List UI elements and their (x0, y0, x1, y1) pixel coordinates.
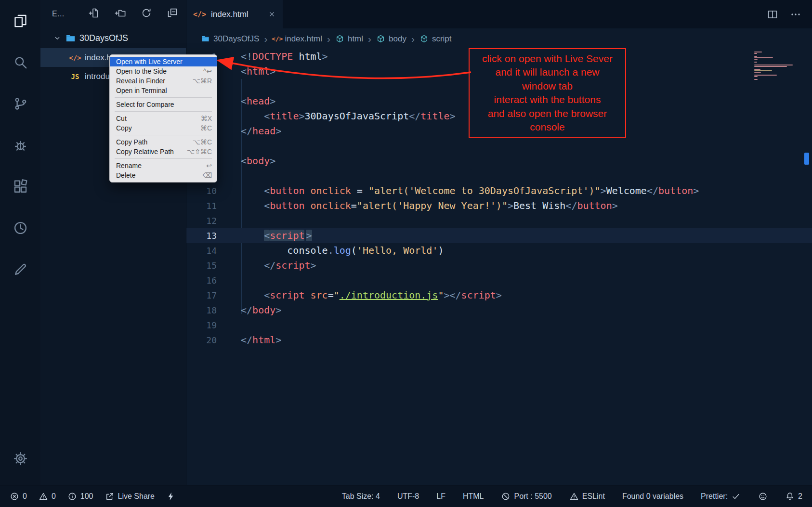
status-live-server-port[interactable]: Port : 5500 (501, 492, 551, 501)
status-notifications[interactable]: 2 (785, 492, 802, 501)
code-line-9[interactable]: 9 (186, 169, 812, 183)
minimap-line (754, 79, 758, 80)
line-text: <script src="./introduction.js"></script… (217, 288, 502, 303)
code-line-19[interactable]: 19 (186, 318, 812, 333)
minimap-line (754, 76, 758, 77)
status-feedback-smiley[interactable] (758, 492, 768, 501)
status-encoding[interactable]: UTF-8 (397, 492, 419, 501)
menu-item-select-for-compare[interactable]: Select for Compare (110, 100, 217, 109)
status-eol[interactable]: LF (436, 492, 445, 501)
menu-separator (115, 97, 212, 98)
line-text (217, 79, 241, 94)
split-editor-button[interactable] (767, 9, 778, 20)
breadcrumb-index-html[interactable]: </>index.html (272, 34, 322, 44)
menu-item-copy[interactable]: Copy⌘C (110, 123, 217, 133)
code-line-11[interactable]: 11 <button onclick="alert('Happy New Yea… (186, 198, 812, 213)
activity-extensions[interactable] (0, 166, 40, 207)
status-variables[interactable]: Found 0 variables (622, 492, 683, 501)
refresh-explorer-button[interactable] (141, 7, 152, 21)
code-line-8[interactable]: 8<body> (186, 154, 812, 169)
line-text (217, 169, 241, 183)
menu-item-label: Copy Relative Path (116, 148, 174, 156)
menu-item-cut[interactable]: Cut⌘X (110, 114, 217, 123)
status-prettier[interactable]: Prettier: (701, 492, 741, 501)
menu-item-copy-relative-path[interactable]: Copy Relative Path⌥⇧⌘C (110, 147, 217, 156)
menu-item-reveal-in-finder[interactable]: Reveal in Finder⌥⌘R (110, 76, 217, 86)
status-errors[interactable]: 0 (10, 492, 27, 501)
code-line-17[interactable]: 17 <script src="./introduction.js"></scr… (186, 288, 812, 303)
line-text: <button onclick = "alert('Welcome to 30D… (217, 183, 699, 198)
code-line-14[interactable]: 14 console.log('Hello, World') (186, 243, 812, 258)
breadcrumb-body[interactable]: body (376, 34, 406, 44)
activity-timeline[interactable] (0, 207, 40, 248)
html-file-icon: </> (272, 34, 281, 43)
status-info-count[interactable]: 100 (67, 492, 93, 501)
menu-item-shortcut: ↩ (206, 162, 212, 169)
activity-feedback[interactable] (0, 248, 40, 290)
annotation-text: and it will launch a new (470, 65, 625, 79)
menu-item-shortcut: ⌘X (201, 115, 212, 122)
code-line-16[interactable]: 16 (186, 273, 812, 288)
new-file-icon (89, 7, 100, 19)
new-file-button[interactable] (89, 7, 100, 21)
collapse-folders-button[interactable] (167, 7, 178, 21)
status-lightning[interactable] (166, 492, 176, 501)
line-text: </script> (217, 258, 316, 273)
status-eslint[interactable]: ESLint (569, 492, 605, 501)
code-line-10[interactable]: 10 <button onclick = "alert('Welcome to … (186, 183, 812, 198)
minimap[interactable] (754, 52, 799, 80)
menu-item-shortcut: ⌫ (202, 171, 212, 179)
menu-item-shortcut: ⌥⌘R (193, 77, 212, 85)
code-line-12[interactable]: 12 (186, 213, 812, 228)
breadcrumb-script[interactable]: script (419, 34, 452, 44)
breadcrumb-label: script (432, 34, 452, 44)
line-text: </body> (217, 303, 281, 318)
status-label: 100 (80, 492, 93, 501)
new-folder-button[interactable] (115, 7, 126, 21)
breadcrumb-label: 30DaysOfJS (213, 34, 259, 44)
annotation-text: and also open the browser (470, 107, 625, 121)
breadcrumb-30daysofjs[interactable]: 30DaysOfJS (201, 34, 259, 44)
activity-search[interactable] (0, 41, 40, 83)
breadcrumb-html[interactable]: html (335, 34, 363, 44)
activity-settings[interactable] (0, 438, 40, 479)
code-line-20[interactable]: 20</html> (186, 333, 812, 348)
check-icon (731, 492, 741, 501)
minimap-line (754, 72, 761, 73)
more-actions-button[interactable] (790, 9, 801, 20)
status-warnings[interactable]: 0 (39, 492, 56, 501)
code-line-7[interactable]: 7 (186, 139, 812, 154)
activity-source-control[interactable] (0, 83, 40, 124)
context-menu: Open with Live ServerOpen to the Side^↩R… (109, 54, 217, 182)
status-tab-size[interactable]: Tab Size: 4 (342, 492, 380, 501)
menu-item-label: Copy Path (116, 138, 147, 146)
status-live-share[interactable]: Live Share (105, 492, 155, 501)
activity-run-debug[interactable] (0, 124, 40, 166)
status-language-mode[interactable]: HTML (463, 492, 484, 501)
breadcrumb-label: index.html (285, 34, 322, 44)
line-text: <head> (217, 94, 275, 109)
status-label: 0 (23, 492, 27, 501)
code-line-13[interactable]: 13 <script> (186, 228, 812, 243)
menu-item-delete[interactable]: Delete⌫ (110, 170, 217, 180)
menu-item-copy-path[interactable]: Copy Path⌥⌘C (110, 137, 217, 147)
folder-row-30daysofjs[interactable]: 30DaysOfJS (40, 28, 186, 48)
annotation-text: interact with the buttons (470, 93, 625, 107)
menu-item-open-with-live-server[interactable]: Open with Live Server (110, 57, 217, 66)
tab-index-html[interactable]: </> index.html (186, 0, 283, 28)
code-line-18[interactable]: 18</body> (186, 303, 812, 318)
menu-item-rename[interactable]: Rename↩ (110, 161, 217, 170)
menu-item-open-in-terminal[interactable]: Open in Terminal (110, 86, 217, 95)
tab-label: index.html (211, 10, 248, 19)
source-control-icon (13, 96, 28, 112)
activity-explorer[interactable] (0, 0, 40, 41)
tab-bar: </> index.html (186, 0, 812, 28)
menu-item-label: Delete (116, 171, 135, 179)
code-line-15[interactable]: 15 </script> (186, 258, 812, 273)
minimap-line (754, 78, 799, 78)
share-icon (105, 492, 115, 501)
close-icon[interactable] (268, 10, 276, 18)
breadcrumb-label: body (389, 34, 406, 44)
menu-item-open-to-the-side[interactable]: Open to the Side^↩ (110, 66, 217, 76)
extensions-icon (13, 179, 28, 195)
